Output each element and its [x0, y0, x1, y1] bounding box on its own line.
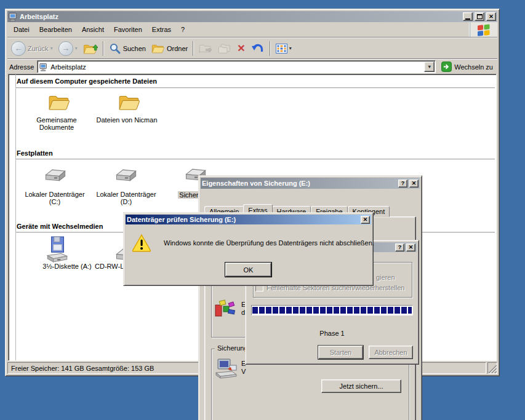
move-to-icon [199, 42, 212, 54]
dialog-title: Datenträger prüfen Sicherung (E:) [127, 216, 359, 223]
menu-datei[interactable]: Datei [9, 25, 34, 34]
copy-to-button[interactable] [215, 39, 234, 58]
my-computer-icon [9, 12, 18, 22]
views-button[interactable]: ▾ [273, 39, 294, 58]
addressbar: Adresse Arbeitsplatz ▾ [7, 60, 497, 74]
backup-text-fragment: V [241, 368, 246, 375]
menu-favoriten[interactable]: Favoriten [109, 25, 147, 34]
windows-logo-icon [476, 23, 491, 36]
menu-bearbeiten[interactable]: Bearbeiten [34, 25, 77, 34]
drive-item-c[interactable] [42, 168, 67, 186]
address-input[interactable]: Arbeitsplatz ▾ [37, 60, 436, 73]
close-button[interactable]: ✕ [409, 180, 419, 188]
menu-hilfe[interactable]: ? [176, 25, 190, 34]
message-text: Windows konnte die Überprüfung des Daten… [164, 239, 374, 247]
section-title-removable: Geräte mit Wechselmedien [17, 223, 103, 230]
ok-button[interactable]: OK [225, 263, 271, 277]
resize-grip[interactable] [487, 362, 497, 374]
fix-errors-label-fragment: gieren [376, 274, 395, 281]
help-icon: ? [398, 245, 402, 250]
forward-icon: → [58, 41, 73, 56]
search-icon [109, 42, 121, 55]
copy-to-icon [218, 42, 231, 54]
folders-icon [151, 42, 165, 54]
menu-extras[interactable]: Extras [147, 25, 176, 34]
hard-drive-icon [42, 168, 67, 184]
up-folder-icon [83, 42, 98, 55]
divider [15, 87, 495, 88]
close-button[interactable]: ✕ [486, 12, 496, 21]
address-label: Adresse [9, 63, 34, 71]
close-icon: ✕ [363, 217, 368, 223]
item-label[interactable]: Lokaler Datenträger (C:) [24, 191, 86, 205]
item-label[interactable]: Gemeinsame Dokumente [22, 116, 91, 131]
delete-icon: ✕ [237, 44, 245, 53]
section-title-files: Auf diesem Computer gespeicherte Dateien [17, 77, 157, 85]
back-button[interactable]: ← Zurück ▾ [9, 39, 55, 58]
search-label: Suchen [123, 45, 146, 52]
close-icon: ✕ [412, 181, 417, 186]
folder-icon [48, 93, 70, 111]
cancel-button[interactable]: Abbrechen [369, 346, 413, 359]
drive-item-d[interactable] [113, 168, 138, 186]
section-title-drives: Festplatten [17, 149, 53, 157]
maximize-button[interactable] [475, 12, 484, 21]
help-button[interactable]: ? [395, 244, 404, 252]
go-arrow-icon [441, 61, 452, 72]
move-to-button[interactable] [196, 39, 215, 58]
divider [15, 74, 16, 360]
desktop: Arbeitsplatz ✕ Datei Bearbeiten Ansicht … [0, 0, 525, 420]
separator [270, 41, 271, 56]
progress-fill [252, 307, 412, 314]
titlebar[interactable]: Arbeitsplatz ✕ [7, 11, 497, 22]
go-button[interactable]: Wechseln zu [439, 60, 495, 73]
phase-label: Phase 1 [247, 330, 417, 337]
help-icon: ? [401, 181, 405, 186]
forward-button[interactable]: → ▾ [56, 39, 80, 58]
chevron-down-icon: ▾ [428, 65, 431, 69]
floppy-item-a[interactable] [46, 236, 69, 264]
folder-icon [118, 93, 140, 111]
go-label: Wechseln zu [454, 63, 493, 71]
views-caret-icon: ▾ [289, 46, 292, 51]
backup-icon [214, 358, 239, 380]
floppy-disk-icon [46, 236, 69, 263]
menubar: Datei Bearbeiten Ansicht Favoriten Extra… [7, 22, 497, 37]
delete-button[interactable]: ✕ [234, 39, 247, 58]
close-button[interactable]: ✕ [361, 216, 370, 224]
back-icon: ← [11, 41, 26, 56]
folders-label: Ordner [167, 45, 188, 52]
properties-titlebar[interactable]: Eigenschaften von Sicherung (E:) ? ✕ [201, 178, 420, 189]
divider [15, 159, 495, 159]
resize-grip-icon [489, 365, 497, 373]
dialog-title: Eigenschaften von Sicherung (E:) [202, 180, 396, 187]
menu-ansicht[interactable]: Ansicht [77, 25, 109, 34]
folders-button[interactable]: Ordner [149, 39, 190, 58]
undo-button[interactable] [249, 39, 267, 58]
address-dropdown-button[interactable]: ▾ [424, 61, 435, 72]
forward-caret-icon[interactable]: ▾ [75, 46, 78, 51]
undo-icon [251, 43, 265, 54]
close-icon: ✕ [489, 14, 494, 20]
minimize-button[interactable] [463, 12, 473, 21]
back-caret-icon[interactable]: ▾ [50, 46, 53, 51]
close-button[interactable]: ✕ [406, 244, 415, 252]
windows-logo-panel [469, 22, 497, 37]
defrag-icon [214, 299, 236, 319]
item-label[interactable]: Lokaler Datenträger (D:) [95, 191, 157, 205]
up-button[interactable] [81, 39, 100, 58]
item-label[interactable]: Dateien von Nicman [92, 116, 161, 124]
start-button[interactable]: Starten [318, 346, 363, 359]
back-label: Zurück [28, 45, 49, 52]
minimize-icon [465, 18, 470, 20]
window-title: Arbeitsplatz [20, 13, 461, 20]
help-button[interactable]: ? [398, 180, 407, 188]
search-button[interactable]: Suchen [106, 39, 148, 58]
folder-item-gemeinsame-dokumente[interactable] [48, 93, 70, 113]
messagebox-titlebar[interactable]: Datenträger prüfen Sicherung (E:) ✕ [126, 215, 371, 224]
warning-icon [132, 234, 151, 253]
checkdisk-message-box: Datenträger prüfen Sicherung (E:) ✕ Wind… [123, 212, 374, 286]
address-value: Arbeitsplatz [50, 63, 86, 71]
backup-now-button[interactable]: Jetzt sichern... [321, 379, 401, 393]
folder-item-dateien-von-nicman[interactable] [118, 93, 140, 113]
